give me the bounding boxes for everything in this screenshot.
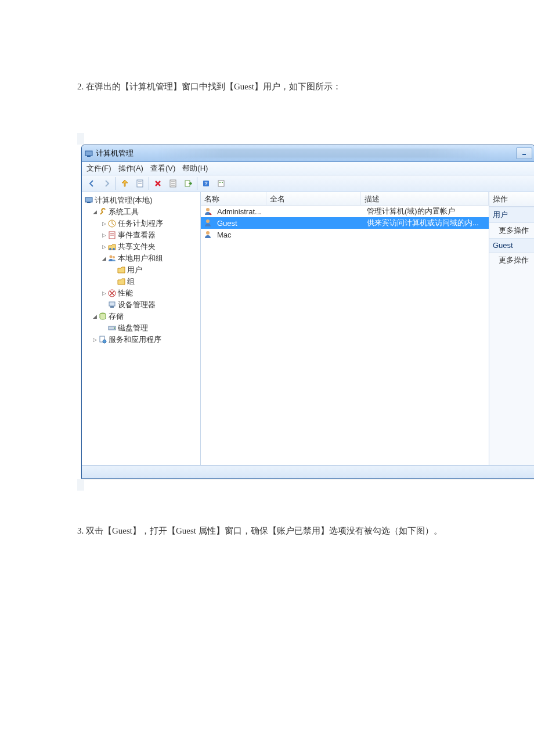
tree-groups-label: 组: [127, 276, 135, 287]
expand-icon[interactable]: ▷: [100, 221, 107, 226]
svg-point-33: [103, 340, 106, 343]
svg-rect-28: [110, 306, 114, 308]
user-icon: [203, 207, 212, 216]
window-body: 计算机管理(本地) ◢ 系统工具 ▷ 任务计划程序 ▷ 事件查看器: [82, 192, 534, 465]
storage-icon: [98, 312, 107, 321]
computer-management-window: 计算机管理 文件(F) 操作(A) 查看(V) 帮助(H): [81, 145, 534, 479]
collapse-icon[interactable]: ◢: [91, 209, 98, 215]
svg-rect-16: [85, 197, 92, 202]
export-button[interactable]: [181, 177, 195, 190]
svg-point-14: [219, 182, 221, 183]
svg-point-22: [109, 248, 111, 250]
tree-event[interactable]: ▷ 事件查看器: [83, 229, 199, 241]
list-header[interactable]: 名称 全名 描述: [201, 192, 489, 206]
cell-desc: 管理计算机(域)的内置帐户: [363, 206, 489, 217]
tree-local[interactable]: ◢ 本地用户和组: [83, 253, 199, 264]
minimize-button[interactable]: [516, 147, 532, 159]
cell-name: Mac: [214, 231, 269, 239]
svg-rect-17: [87, 202, 91, 203]
tree-perf-label: 性能: [118, 288, 133, 298]
tree-devmgr[interactable]: 设备管理器: [83, 299, 199, 311]
folder-icon: [117, 277, 126, 286]
col-desc[interactable]: 描述: [361, 192, 489, 205]
refresh-button[interactable]: [214, 177, 228, 190]
tree-diskmgr[interactable]: 磁盘管理: [83, 322, 199, 334]
tree-devmgr-label: 设备管理器: [118, 300, 156, 310]
action-more-users[interactable]: 更多操作: [489, 223, 534, 238]
collapse-icon[interactable]: ◢: [100, 255, 107, 261]
tree-root[interactable]: 计算机管理(本地): [83, 195, 199, 206]
list-row[interactable]: Administrat... 管理计算机(域)的内置帐户: [201, 206, 489, 217]
expand-icon[interactable]: ▷: [91, 337, 98, 343]
up-button[interactable]: [118, 177, 132, 190]
tree-local-label: 本地用户和组: [118, 253, 163, 264]
svg-point-31: [114, 327, 115, 329]
list-pane: 名称 全名 描述 Administrat... 管理计算机(域)的内置帐户 Gu…: [201, 192, 489, 465]
tree-tools[interactable]: ◢ 系统工具: [83, 206, 199, 218]
svg-point-25: [113, 256, 115, 258]
properties-button[interactable]: [133, 177, 147, 190]
svg-text:?: ?: [204, 181, 208, 186]
device-icon: [107, 300, 117, 309]
svg-point-36: [206, 231, 210, 235]
titlebar[interactable]: 计算机管理: [82, 145, 534, 162]
tree-event-label: 事件查看器: [118, 230, 156, 240]
padding: [77, 133, 84, 145]
col-name[interactable]: 名称: [201, 192, 266, 205]
computer-icon: [84, 196, 93, 205]
expand-icon[interactable]: ▷: [100, 290, 107, 296]
svg-point-15: [222, 182, 223, 183]
user-icon: [203, 230, 212, 239]
help-button[interactable]: ?: [199, 177, 213, 190]
back-button[interactable]: [85, 177, 99, 190]
action-more-guest[interactable]: 更多操作: [489, 253, 534, 268]
forward-button[interactable]: [100, 177, 114, 190]
toolbar: ?: [82, 175, 534, 192]
expand-icon[interactable]: ▷: [100, 244, 107, 250]
svg-point-23: [113, 248, 115, 250]
shared-icon: [107, 242, 117, 251]
menu-action[interactable]: 操作(A): [118, 163, 143, 174]
tree-storage[interactable]: ◢ 存储: [83, 311, 199, 322]
tree-diskmgr-label: 磁盘管理: [118, 323, 148, 333]
user-icon: [203, 218, 212, 228]
folder-icon: [117, 265, 126, 275]
list-button[interactable]: [166, 177, 180, 190]
app-icon: [84, 149, 93, 158]
menu-help[interactable]: 帮助(H): [182, 163, 208, 174]
action-header: 操作: [489, 192, 534, 207]
toolbar-sep2: [149, 177, 149, 190]
step3-text: 3. 双击【Guest】，打开【Guest 属性】窗口，确保【账户已禁用】选项没…: [77, 525, 511, 537]
clock-icon: [107, 219, 117, 228]
list-row-selected[interactable]: Guest 供来宾访问计算机或访问域的内...: [201, 217, 489, 229]
list-row[interactable]: Mac: [201, 229, 489, 240]
list-rows: Administrat... 管理计算机(域)的内置帐户 Guest 供来宾访问…: [201, 206, 489, 465]
tree-shared-label: 共享文件夹: [118, 242, 156, 252]
cell-desc: 供来宾访问计算机或访问域的内...: [363, 218, 489, 228]
tree-perf[interactable]: ▷ 性能: [83, 287, 199, 299]
services-icon: [98, 335, 107, 344]
tree-task[interactable]: ▷ 任务计划程序: [83, 218, 199, 229]
tree-users-label: 用户: [127, 265, 142, 275]
tree-shared[interactable]: ▷ 共享文件夹: [83, 241, 199, 253]
svg-rect-0: [85, 151, 92, 156]
tree-users[interactable]: 用户: [83, 264, 199, 276]
expand-icon[interactable]: ▷: [100, 232, 107, 238]
svg-point-35: [206, 219, 210, 223]
delete-button[interactable]: [151, 177, 165, 190]
tree-groups[interactable]: 组: [83, 276, 199, 287]
tree-services[interactable]: ▷ 服务和应用程序: [83, 334, 199, 345]
tree-services-label: 服务和应用程序: [109, 334, 161, 345]
tree-pane[interactable]: 计算机管理(本地) ◢ 系统工具 ▷ 任务计划程序 ▷ 事件查看器: [82, 192, 201, 465]
svg-point-34: [206, 208, 210, 211]
toolbar-sep3: [197, 177, 197, 190]
menu-view[interactable]: 查看(V): [150, 163, 175, 174]
col-fullname[interactable]: 全名: [266, 192, 361, 205]
statusbar: [82, 465, 534, 478]
collapse-icon[interactable]: ◢: [91, 314, 98, 319]
action-section-guest: Guest: [489, 238, 534, 253]
tools-icon: [98, 207, 107, 217]
menu-file[interactable]: 文件(F): [86, 163, 111, 174]
tree-root-label: 计算机管理(本地): [95, 195, 153, 206]
padding: [77, 479, 84, 491]
